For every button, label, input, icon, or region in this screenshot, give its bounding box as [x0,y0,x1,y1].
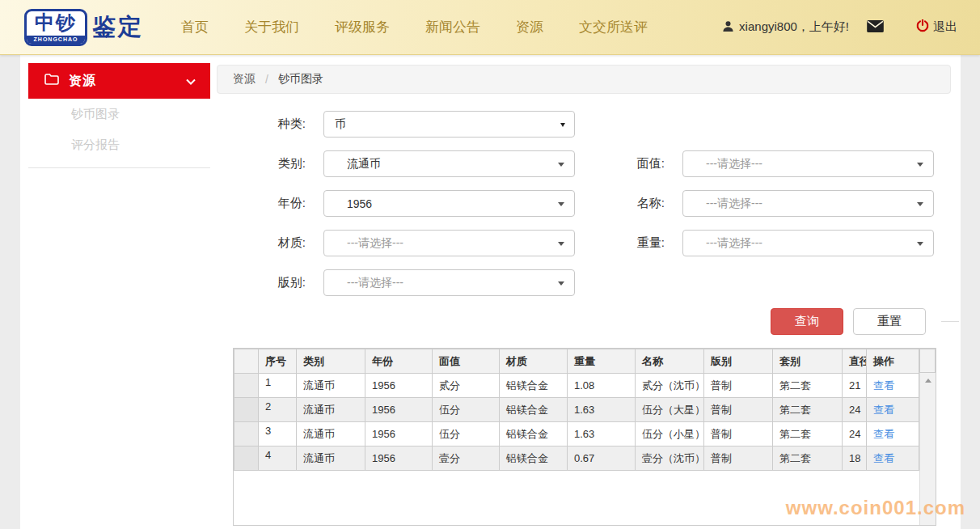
cell-category: 流通币 [297,446,365,471]
material-label: 材质: [249,235,306,251]
cell-seq: 4 [259,446,297,471]
row-handle [234,374,259,398]
field-name: 名称: ---请选择--- [608,190,934,217]
logout-button[interactable]: 退出 [916,19,957,35]
face-value-select[interactable]: ---请选择--- [682,150,934,177]
kind-select-value: 币 [335,117,346,132]
edition-select[interactable]: ---请选择--- [323,269,575,296]
cell-face-value: 伍分 [433,398,500,422]
table-row: 1 流通币 1956 贰分 铝镁合金 1.08 贰分（沈币） 普制 第二套 21… [234,374,919,398]
kind-select[interactable]: 币 [323,111,575,138]
nav-item-news[interactable]: 新闻公告 [425,18,480,36]
category-select[interactable]: 流通币 [323,150,575,177]
view-link[interactable]: 查看 [873,452,894,464]
col-handle [234,349,259,374]
nav-item-exchange-submission[interactable]: 文交所送评 [579,18,648,36]
cell-name: 贰分（沈币） [636,374,704,398]
weight-label: 重量: [608,235,665,251]
nav-item-home[interactable]: 首页 [181,18,209,36]
form-buttons: 查询 重置 [771,308,926,335]
col-material: 材质 [500,349,568,374]
scroll-up-arrow-icon [925,379,931,383]
cell-weight: 1.63 [568,422,636,446]
col-category: 类别 [297,349,365,374]
field-face-value: 面值: ---请选择--- [608,150,934,177]
cell-set: 第二套 [773,446,843,471]
year-select-value: 1956 [347,197,372,210]
search-button[interactable]: 查询 [771,308,843,335]
select-arrow-icon [558,202,564,206]
select-arrow-icon [558,163,564,167]
results-table: 序号 类别 年份 面值 材质 重量 名称 版别 套别 直径 操作 [234,349,919,471]
nav-item-grading-service[interactable]: 评级服务 [335,18,390,36]
cell-diameter: 18 [843,446,867,471]
cell-name: 伍分（大星） [636,398,704,422]
user-menu[interactable]: xiangyi800，上午好! [722,19,849,35]
year-select[interactable]: 1956 [323,190,575,217]
select-arrow-icon [917,242,923,246]
field-material: 材质: ---请选择--- [249,230,575,256]
nav-item-about[interactable]: 关于我们 [244,18,299,36]
view-link[interactable]: 查看 [873,404,894,416]
chevron-down-icon [186,74,196,88]
select-arrow-icon [558,281,564,286]
edition-select-placeholder: ---请选择--- [347,276,403,290]
select-arrow-icon [560,123,565,127]
scrollbar-track[interactable] [919,373,936,525]
material-select[interactable]: ---请选择--- [323,230,575,256]
sidebar-item-coin-catalog[interactable]: 钞币图录 [28,99,210,129]
view-link[interactable]: 查看 [873,428,894,440]
cell-weight: 1.63 [568,398,636,422]
weight-select-placeholder: ---请选择--- [706,236,762,251]
row-handle [234,422,259,446]
cell-diameter: 24 [843,422,867,446]
breadcrumb-parent[interactable]: 资源 [233,72,256,87]
sidebar-item-score-report[interactable]: 评分报告 [28,129,210,160]
field-edition: 版别: ---请选择--- [249,269,575,296]
category-label: 类别: [249,156,306,171]
cell-set: 第二套 [773,374,843,398]
header-right: xiangyi800，上午好! 退出 [722,19,957,35]
face-value-select-placeholder: ---请选择--- [706,157,762,171]
reset-button[interactable]: 重置 [853,308,926,335]
col-edition: 版别 [704,349,773,374]
name-select[interactable]: ---请选择--- [682,190,934,217]
cell-weight: 1.08 [568,374,636,398]
sidebar-section-resources[interactable]: 资源 [28,63,210,99]
cell-edition: 普制 [704,446,773,471]
name-select-placeholder: ---请选择--- [706,197,762,211]
scrollbar-header-cell [919,349,936,373]
select-arrow-icon [558,242,564,246]
select-arrow-icon [917,202,923,206]
cell-category: 流通币 [297,422,365,446]
table-scrollbar [919,349,936,525]
cell-seq: 3 [259,422,297,446]
cell-diameter: 24 [843,398,867,422]
cell-material: 铝镁合金 [500,374,568,398]
select-arrow-icon [917,163,923,167]
logout-label: 退出 [933,19,957,35]
view-link[interactable]: 查看 [873,379,894,391]
nav-item-resources[interactable]: 资源 [516,18,543,36]
name-label: 名称: [608,196,665,211]
cell-year: 1956 [365,446,433,471]
category-select-value: 流通币 [347,157,381,171]
sidebar-divider [28,167,210,168]
logo-text-cn: 中钞 [27,11,85,36]
row-handle [234,398,259,422]
weight-select[interactable]: ---请选择--- [682,230,934,256]
cell-face-value: 壹分 [433,446,500,471]
cell-seq: 1 [259,374,297,398]
sidebar: 资源 钞币图录 评分报告 [28,63,210,168]
cell-face-value: 贰分 [433,374,500,398]
brand-logo[interactable]: 中钞 ZHONGCHAO 鉴定 [24,9,144,46]
user-greeting: xiangyi800，上午好! [739,19,849,35]
cell-year: 1956 [365,422,433,446]
field-weight: 重量: ---请选择--- [608,230,934,256]
logo-box: 中钞 ZHONGCHAO [24,9,87,46]
messages-button[interactable] [867,20,884,35]
top-navbar: 中钞 ZHONGCHAO 鉴定 首页 关于我们 评级服务 新闻公告 资源 文交所… [0,0,980,55]
col-face-value: 面值 [433,349,500,374]
field-year: 年份: 1956 [249,190,575,217]
breadcrumb: 资源 / 钞币图录 [217,65,951,94]
